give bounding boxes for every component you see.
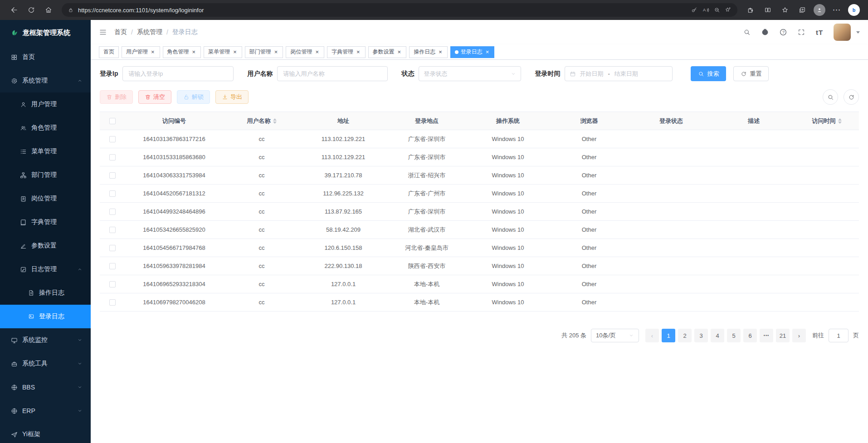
table-row[interactable]: 1641043063331753984cc 39.171.210.78浙江省-绍… (100, 166, 859, 185)
sidebar-item-log-management[interactable]: 日志管理 (0, 258, 91, 281)
sidebar-item-system-tools[interactable]: 系统工具 (0, 352, 91, 375)
sidebar-item-bbs[interactable]: BBS (0, 375, 91, 399)
add-favorite-star-icon[interactable] (725, 7, 731, 13)
sidebar-item-system-management[interactable]: 系统管理 (0, 69, 91, 92)
more-pages-button[interactable]: ••• (760, 329, 773, 342)
header-search-button[interactable] (739, 24, 755, 40)
tab-dept-management[interactable]: 部门管理 × (245, 46, 283, 58)
tab-menu-management[interactable]: 菜单管理 × (204, 46, 242, 58)
bing-sidebar-button[interactable]: b (845, 2, 863, 18)
browser-profile-button[interactable] (811, 2, 828, 18)
row-checkbox[interactable] (109, 136, 116, 142)
collapse-sidebar-button[interactable] (99, 28, 107, 36)
row-checkbox[interactable] (109, 154, 116, 161)
tab-role-management[interactable]: 角色管理 × (163, 46, 201, 58)
sidebar-item-post-management[interactable]: 岗位管理 (0, 187, 91, 210)
back-button[interactable] (5, 2, 23, 18)
close-icon[interactable]: × (150, 49, 156, 55)
favorites-icon[interactable] (776, 2, 794, 18)
sort-carets-icon[interactable] (273, 118, 277, 124)
password-key-icon[interactable] (691, 7, 697, 13)
address-bar[interactable]: https://ccnetcore.com:1101/system/log/lo… (62, 3, 737, 17)
page-button-5[interactable]: 5 (727, 329, 741, 342)
page-button-4[interactable]: 4 (711, 329, 724, 342)
page-button-2[interactable]: 2 (678, 329, 692, 342)
sidebar-item-dict-management[interactable]: 字典管理 (0, 210, 91, 234)
home-button[interactable] (40, 2, 57, 18)
sidebar-item-login-log[interactable]: 登录日志 (0, 305, 91, 328)
tab-operation-log[interactable]: 操作日志 × (409, 46, 448, 58)
sidebar-item-dept-management[interactable]: 部门管理 (0, 163, 91, 187)
table-row[interactable]: 1641059633978281984cc 222.90.130.18陕西省-西… (100, 257, 859, 275)
github-button[interactable] (757, 24, 773, 40)
sidebar-item-home[interactable]: 首页 (0, 45, 91, 69)
date-range-picker[interactable]: 开始日期 - 结束日期 (565, 66, 673, 81)
read-aloud-icon[interactable]: A (702, 6, 709, 14)
close-icon[interactable]: × (232, 49, 238, 55)
page-button-1[interactable]: 1 (662, 329, 675, 342)
sidebar-item-user-management[interactable]: 用户管理 (0, 92, 91, 116)
sidebar-item-param-settings[interactable]: 参数设置 (0, 234, 91, 258)
close-icon[interactable]: × (356, 49, 361, 55)
url-text[interactable]: https://ccnetcore.com:1101/system/log/lo… (78, 7, 687, 14)
select-all-checkbox[interactable] (109, 118, 116, 124)
page-button-6[interactable]: 6 (743, 329, 757, 342)
close-icon[interactable]: × (314, 49, 320, 55)
close-icon[interactable]: × (438, 49, 443, 55)
sort-carets-icon[interactable] (838, 118, 842, 124)
row-checkbox[interactable] (109, 209, 116, 215)
help-button[interactable]: ? (775, 24, 791, 40)
search-button[interactable]: 搜索 (691, 66, 726, 81)
extensions-icon[interactable] (742, 2, 759, 18)
reset-button[interactable]: 重置 (733, 66, 769, 81)
table-row[interactable]: 1641044520567181312cc 112.96.225.132广东省-… (100, 185, 859, 203)
clear-button[interactable]: 清空 (138, 90, 171, 104)
close-icon[interactable]: × (191, 49, 197, 55)
avatar-caret-down-icon[interactable] (856, 31, 860, 34)
page-button-21[interactable]: 21 (776, 329, 790, 342)
refresh-table-button[interactable] (844, 89, 859, 105)
collections-icon[interactable] (794, 2, 811, 18)
user-avatar[interactable] (834, 24, 851, 41)
sidebar-item-menu-management[interactable]: 菜单管理 (0, 140, 91, 163)
row-checkbox[interactable] (109, 281, 116, 287)
tab-user-management[interactable]: 用户管理 × (122, 46, 160, 58)
table-row[interactable]: 1641044993248464896cc 113.87.92.165广东省-深… (100, 203, 859, 221)
font-size-button[interactable]: tT (812, 24, 827, 40)
refresh-button[interactable] (23, 2, 40, 18)
sidebar-item-operation-log[interactable]: 操作日志 (0, 281, 91, 305)
table-row[interactable]: 1641031533185863680cc 113.102.129.221广东省… (100, 148, 859, 166)
breadcrumb-system-management[interactable]: 系统管理 (137, 28, 162, 36)
tab-dict-management[interactable]: 字典管理 × (327, 46, 366, 58)
toggle-search-button[interactable] (823, 89, 838, 105)
tab-home[interactable]: 首页 (99, 46, 119, 58)
status-select[interactable]: 登录状态 (419, 66, 521, 81)
table-row[interactable]: 1641053426655825920cc 58.19.42.209湖北省-武汉… (100, 221, 859, 239)
sidebar-item-erp[interactable]: ERP (0, 399, 91, 423)
split-screen-icon[interactable] (759, 2, 776, 18)
close-icon[interactable]: × (397, 49, 402, 55)
row-checkbox[interactable] (109, 245, 116, 251)
row-checkbox[interactable] (109, 263, 116, 269)
username-input[interactable] (277, 66, 388, 81)
unlock-button[interactable]: 解锁 (177, 90, 210, 104)
table-row[interactable]: 1641069652933218304cc 127.0.0.1本地-本机 Win… (100, 275, 859, 293)
table-row[interactable]: 1641069798270046208cc 127.0.0.1本地-本机 Win… (100, 293, 859, 312)
row-checkbox[interactable] (109, 190, 116, 197)
browser-menu-button[interactable]: ⋯ (828, 2, 845, 18)
login-ip-input[interactable] (122, 66, 234, 81)
prev-page-button[interactable]: ‹ (645, 329, 659, 342)
tab-login-log[interactable]: 登录日志 × (450, 46, 495, 58)
fullscreen-button[interactable] (794, 24, 809, 40)
row-checkbox[interactable] (109, 227, 116, 233)
page-button-3[interactable]: 3 (694, 329, 708, 342)
tab-post-management[interactable]: 岗位管理 × (286, 46, 324, 58)
row-checkbox[interactable] (109, 172, 116, 179)
export-button[interactable]: 导出 (215, 90, 249, 104)
sidebar-item-system-monitor[interactable]: 系统监控 (0, 328, 91, 352)
zoom-out-icon[interactable] (714, 7, 720, 13)
close-icon[interactable]: × (485, 49, 490, 55)
table-row[interactable]: 1641054566717984768cc 120.6.150.158河北省-秦… (100, 239, 859, 257)
breadcrumb-home[interactable]: 首页 (114, 28, 127, 36)
sidebar-item-role-management[interactable]: 角色管理 (0, 116, 91, 140)
